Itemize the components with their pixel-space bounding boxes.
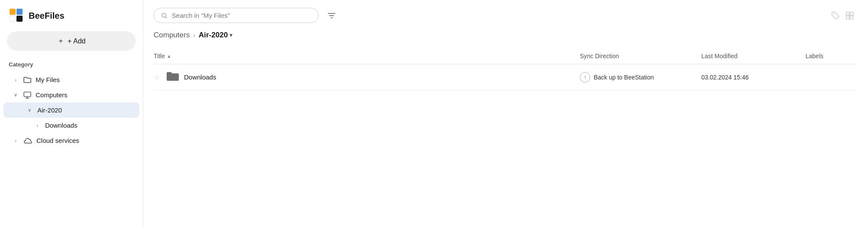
- col-sync-label: Sync Direction: [580, 53, 619, 59]
- col-header-modified[interactable]: Last Modified: [701, 53, 806, 59]
- sidebar-item-downloads-label: Downloads: [45, 122, 131, 129]
- sidebar-item-air-2020-label: Air-2020: [37, 106, 131, 114]
- star-icon[interactable]: ☆: [154, 73, 160, 81]
- add-button[interactable]: ＋ + Add: [7, 31, 136, 51]
- cloud-icon: [23, 137, 32, 144]
- col-header-labels[interactable]: Labels: [806, 53, 858, 59]
- folder-icon: [23, 76, 31, 83]
- col-header-sync[interactable]: Sync Direction: [580, 53, 701, 59]
- svg-rect-7: [846, 12, 849, 15]
- chevron-down-icon: ∨: [12, 92, 19, 99]
- sidebar-item-downloads[interactable]: › Downloads: [3, 118, 139, 133]
- folder-icon-row: [166, 70, 180, 84]
- col-title-label: Title: [154, 53, 165, 59]
- top-bar: [143, 0, 868, 31]
- sidebar-item-cloud-services-label: Cloud services: [36, 137, 131, 144]
- date-cell: 03.02.2024 15:46: [701, 74, 806, 81]
- grid-icon: [845, 11, 854, 20]
- search-icon: [161, 12, 168, 19]
- svg-rect-3: [16, 16, 23, 22]
- file-cell: ☆ Downloads: [154, 70, 580, 84]
- sidebar-item-air-2020[interactable]: ∨ Air-2020: [3, 102, 139, 118]
- svg-point-6: [833, 13, 834, 14]
- sidebar-item-cloud-services[interactable]: › Cloud services: [3, 133, 139, 148]
- category-label: Category: [0, 61, 143, 72]
- svg-rect-4: [24, 92, 31, 96]
- breadcrumb-current-label: Air-2020: [199, 31, 228, 40]
- sidebar-item-my-files-label: My Files: [36, 76, 131, 83]
- chevron-right-icon: ›: [12, 76, 19, 83]
- tag-icon: [831, 11, 840, 20]
- chevron-right-icon-cloud: ›: [12, 137, 19, 144]
- sync-direction-label: Back up to BeeStation: [594, 74, 654, 81]
- add-button-label: + Add: [68, 37, 85, 45]
- sync-arrow-icon: ↑: [580, 72, 590, 83]
- svg-rect-2: [10, 16, 16, 22]
- breadcrumb: Computers › Air-2020 ▾: [143, 31, 868, 48]
- col-labels-label: Labels: [806, 53, 823, 59]
- filter-button[interactable]: [324, 10, 339, 21]
- sidebar-item-computers[interactable]: ∨ Computers: [3, 87, 139, 102]
- sort-icon: ▲: [167, 53, 171, 59]
- filter-icon: [327, 12, 336, 19]
- breadcrumb-current[interactable]: Air-2020 ▾: [199, 31, 232, 40]
- col-header-title[interactable]: Title ▲: [154, 53, 580, 59]
- breadcrumb-chevron-icon: ▾: [230, 32, 232, 38]
- svg-rect-9: [846, 16, 849, 19]
- breadcrumb-parent[interactable]: Computers: [154, 31, 190, 40]
- svg-rect-0: [10, 9, 16, 15]
- table-row[interactable]: ☆ Downloads ↑ Back up to BeeStation 03.0…: [154, 64, 858, 90]
- monitor-icon: [23, 92, 31, 99]
- sidebar: BeeFiles ＋ + Add Category › My Files ∨ C…: [0, 0, 143, 228]
- sidebar-item-my-files[interactable]: › My Files: [3, 72, 139, 87]
- sidebar-item-computers-label: Computers: [36, 91, 131, 99]
- sync-cell: ↑ Back up to BeeStation: [580, 72, 701, 83]
- table-header: Title ▲ Sync Direction Last Modified Lab…: [154, 48, 858, 64]
- file-table: Title ▲ Sync Direction Last Modified Lab…: [143, 48, 868, 228]
- add-plus-icon: ＋: [57, 36, 64, 46]
- breadcrumb-separator: ›: [193, 32, 195, 39]
- chevron-right-icon-dl: ›: [34, 122, 41, 129]
- svg-rect-8: [850, 12, 853, 15]
- beefiles-logo-icon: [9, 8, 24, 23]
- svg-rect-10: [850, 16, 853, 19]
- top-right-icons: [831, 11, 858, 20]
- file-name: Downloads: [184, 73, 216, 81]
- app-title: BeeFiles: [29, 11, 64, 21]
- chevron-down-icon-air: ∨: [26, 107, 33, 114]
- svg-rect-1: [16, 9, 23, 15]
- search-box[interactable]: [154, 8, 319, 23]
- sync-direction-icon: ↑: [584, 74, 586, 80]
- last-modified-value: 03.02.2024 15:46: [701, 74, 749, 81]
- col-modified-label: Last Modified: [701, 53, 737, 59]
- main-content: Computers › Air-2020 ▾ Title ▲ Sync Dire…: [143, 0, 868, 228]
- logo-area: BeeFiles: [0, 8, 143, 31]
- search-input[interactable]: [172, 12, 311, 19]
